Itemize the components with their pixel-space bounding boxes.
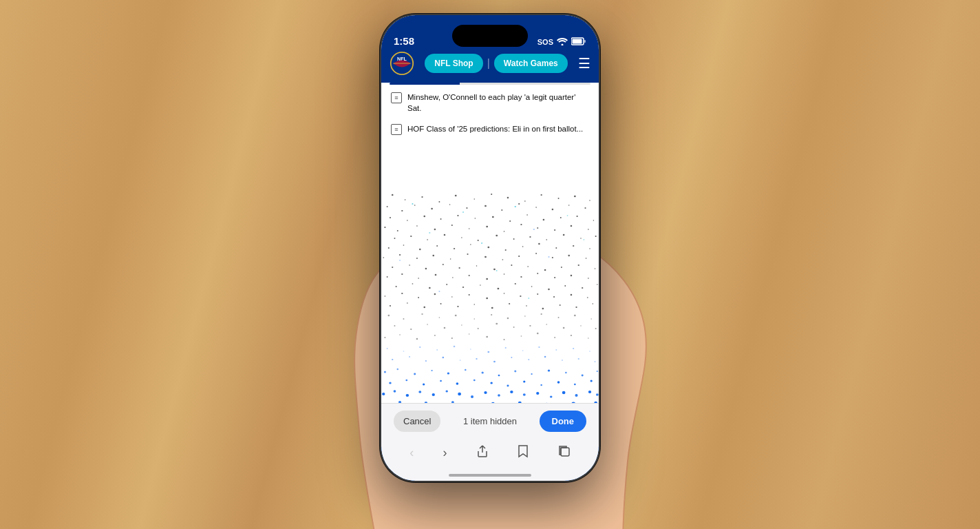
svg-point-174 — [548, 256, 549, 258]
done-button[interactable]: Done — [540, 411, 587, 432]
share-icon[interactable] — [476, 444, 489, 461]
svg-point-142 — [451, 296, 453, 297]
svg-point-169 — [481, 242, 482, 244]
svg-point-172 — [399, 260, 401, 261]
svg-point-135 — [564, 285, 566, 287]
svg-point-231 — [425, 360, 427, 362]
svg-point-193 — [444, 327, 446, 329]
nfl-shop-button[interactable]: NFL Shop — [425, 54, 482, 73]
svg-point-76 — [436, 245, 438, 247]
svg-point-200 — [563, 327, 565, 329]
svg-point-157 — [491, 307, 493, 309]
svg-point-13 — [474, 198, 476, 199]
svg-point-250 — [514, 371, 516, 373]
phone-frame: 1:58 SOS — [380, 14, 600, 482]
svg-point-208 — [469, 333, 470, 334]
svg-point-92 — [484, 256, 487, 258]
svg-point-151 — [390, 305, 391, 307]
dynamic-island — [452, 25, 528, 47]
svg-point-237 — [528, 359, 529, 360]
svg-point-220 — [454, 346, 456, 347]
svg-point-105 — [493, 269, 496, 271]
svg-point-91 — [467, 253, 468, 255]
svg-rect-2 — [573, 39, 582, 44]
watch-games-button[interactable]: Watch Games — [494, 54, 568, 73]
hamburger-menu-icon[interactable]: ☰ — [578, 55, 590, 72]
svg-point-198 — [529, 325, 531, 326]
svg-point-217 — [403, 351, 405, 352]
svg-point-234 — [476, 358, 477, 360]
cancel-button[interactable]: Cancel — [394, 411, 440, 432]
svg-point-40 — [492, 216, 494, 218]
iphone: 1:58 SOS — [380, 14, 600, 482]
svg-point-272 — [418, 391, 421, 393]
svg-point-110 — [578, 264, 579, 266]
svg-point-108 — [544, 269, 546, 271]
svg-point-189 — [590, 318, 592, 319]
svg-point-73 — [388, 247, 390, 249]
svg-point-271 — [406, 394, 409, 397]
svg-point-56 — [537, 227, 538, 229]
svg-point-47 — [384, 227, 385, 228]
svg-point-115 — [435, 274, 437, 276]
svg-point-185 — [524, 315, 526, 317]
svg-point-118 — [486, 278, 488, 280]
svg-point-251 — [531, 373, 532, 375]
svg-point-80 — [505, 249, 507, 251]
svg-point-16 — [524, 200, 526, 202]
nfl-logo: NFL — [390, 51, 414, 76]
svg-point-26 — [466, 207, 467, 209]
svg-point-22 — [401, 210, 403, 211]
svg-point-17 — [540, 194, 542, 196]
forward-icon[interactable]: › — [443, 446, 447, 460]
svg-point-97 — [568, 255, 570, 256]
svg-point-158 — [509, 303, 510, 304]
status-icons: SOS — [537, 37, 586, 47]
svg-point-116 — [452, 277, 454, 278]
bottom-bar: Cancel 1 item hidden Done ‹ › — [381, 403, 599, 481]
tabs-icon[interactable] — [558, 445, 571, 461]
back-icon[interactable]: ‹ — [409, 446, 414, 460]
svg-point-137 — [597, 284, 598, 284]
svg-point-114 — [418, 278, 419, 279]
svg-point-29 — [518, 203, 520, 205]
svg-point-52 — [469, 228, 470, 229]
svg-point-85 — [589, 248, 590, 249]
svg-point-259 — [440, 380, 442, 382]
svg-point-11 — [438, 201, 440, 203]
svg-point-261 — [473, 380, 476, 382]
svg-point-81 — [522, 246, 524, 247]
svg-point-277 — [484, 391, 487, 394]
svg-point-117 — [469, 275, 470, 276]
svg-point-141 — [434, 293, 436, 295]
svg-point-256 — [389, 382, 391, 384]
svg-point-131 — [497, 288, 499, 290]
header-buttons: NFL Shop | Watch Games — [414, 54, 578, 73]
svg-point-72 — [595, 236, 597, 237]
svg-point-154 — [440, 303, 442, 304]
browser-nav: ‹ › — [381, 439, 599, 474]
svg-point-178 — [403, 318, 404, 320]
news-item-2[interactable]: HOF Class of '25 predictions: Eli in on … — [391, 123, 589, 135]
svg-point-286 — [596, 393, 599, 395]
svg-point-70 — [563, 234, 565, 236]
svg-point-112 — [387, 276, 388, 278]
svg-point-245 — [431, 370, 432, 371]
svg-point-130 — [480, 284, 481, 285]
svg-point-82 — [538, 243, 540, 245]
svg-point-95 — [535, 253, 537, 254]
svg-point-64 — [461, 237, 462, 238]
svg-point-233 — [460, 360, 461, 360]
svg-point-243 — [397, 369, 399, 370]
svg-point-215 — [588, 338, 589, 338]
svg-point-74 — [403, 245, 405, 246]
svg-point-123 — [571, 275, 573, 276]
svg-point-209 — [486, 336, 488, 338]
svg-point-275 — [458, 393, 461, 395]
bookmarks-icon[interactable] — [518, 444, 529, 461]
svg-point-120 — [520, 276, 522, 278]
svg-point-149 — [571, 294, 573, 295]
svg-point-166 — [515, 206, 516, 207]
news-item-1[interactable]: Minshew, O'Connell to each play 'a legit… — [391, 92, 589, 114]
svg-point-43 — [543, 219, 545, 220]
